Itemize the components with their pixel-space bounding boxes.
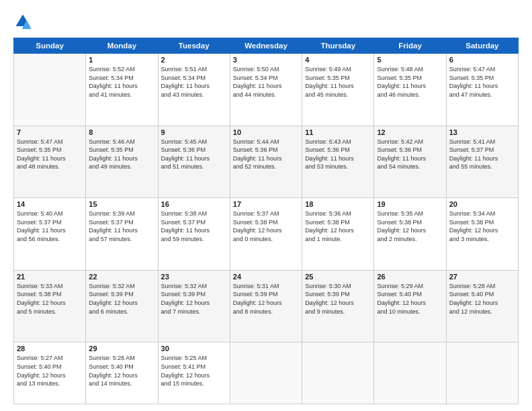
weekday-header-thursday: Thursday xyxy=(302,38,374,54)
day-info: Sunrise: 5:27 AMSunset: 5:40 PMDaylight:… xyxy=(17,354,83,387)
day-number: 6 xyxy=(449,56,515,64)
day-number: 25 xyxy=(305,273,371,281)
calendar-cell: 1Sunrise: 5:52 AMSunset: 5:34 PMDaylight… xyxy=(86,54,158,126)
calendar-cell: 12Sunrise: 5:42 AMSunset: 5:36 PMDayligh… xyxy=(374,126,446,198)
day-info: Sunrise: 5:34 AMSunset: 5:38 PMDaylight:… xyxy=(449,210,515,243)
day-number: 2 xyxy=(161,56,227,64)
day-info: Sunrise: 5:26 AMSunset: 5:40 PMDaylight:… xyxy=(89,354,154,387)
calendar-cell: 30Sunrise: 5:25 AMSunset: 5:41 PMDayligh… xyxy=(158,342,230,404)
calendar-week-row-1: 1Sunrise: 5:52 AMSunset: 5:34 PMDaylight… xyxy=(14,54,519,126)
calendar-cell: 13Sunrise: 5:41 AMSunset: 5:37 PMDayligh… xyxy=(446,126,518,198)
day-number: 15 xyxy=(89,200,154,208)
day-info: Sunrise: 5:48 AMSunset: 5:35 PMDaylight:… xyxy=(377,65,443,99)
day-number: 27 xyxy=(449,273,515,281)
calendar-cell: 25Sunrise: 5:30 AMSunset: 5:39 PMDayligh… xyxy=(302,270,374,342)
calendar-cell: 5Sunrise: 5:48 AMSunset: 5:35 PMDaylight… xyxy=(374,54,446,126)
calendar-cell: 18Sunrise: 5:36 AMSunset: 5:38 PMDayligh… xyxy=(302,198,374,271)
calendar-cell: 6Sunrise: 5:47 AMSunset: 5:35 PMDaylight… xyxy=(446,54,518,126)
calendar-cell: 8Sunrise: 5:46 AMSunset: 5:35 PMDaylight… xyxy=(86,126,158,198)
day-number: 5 xyxy=(377,56,443,64)
day-number: 14 xyxy=(17,200,83,208)
calendar-cell: 28Sunrise: 5:27 AMSunset: 5:40 PMDayligh… xyxy=(14,342,86,404)
weekday-header-wednesday: Wednesday xyxy=(230,38,302,54)
day-number: 28 xyxy=(17,345,83,353)
day-info: Sunrise: 5:38 AMSunset: 5:37 PMDaylight:… xyxy=(161,210,227,243)
day-info: Sunrise: 5:51 AMSunset: 5:34 PMDaylight:… xyxy=(161,65,227,99)
day-info: Sunrise: 5:39 AMSunset: 5:37 PMDaylight:… xyxy=(89,210,154,243)
day-number: 29 xyxy=(89,345,154,353)
day-number: 10 xyxy=(233,128,299,136)
weekday-header-sunday: Sunday xyxy=(14,38,86,54)
day-info: Sunrise: 5:49 AMSunset: 5:35 PMDaylight:… xyxy=(305,65,371,99)
day-number: 11 xyxy=(305,128,371,136)
day-number: 9 xyxy=(161,128,227,136)
day-info: Sunrise: 5:29 AMSunset: 5:40 PMDaylight:… xyxy=(377,282,443,316)
calendar-cell xyxy=(302,342,374,404)
day-info: Sunrise: 5:28 AMSunset: 5:40 PMDaylight:… xyxy=(449,282,515,316)
calendar-cell: 4Sunrise: 5:49 AMSunset: 5:35 PMDaylight… xyxy=(302,54,374,126)
calendar-cell: 20Sunrise: 5:34 AMSunset: 5:38 PMDayligh… xyxy=(446,198,518,271)
day-info: Sunrise: 5:47 AMSunset: 5:35 PMDaylight:… xyxy=(17,138,83,171)
day-number: 17 xyxy=(233,200,299,208)
day-number: 22 xyxy=(89,273,154,281)
day-info: Sunrise: 5:32 AMSunset: 5:39 PMDaylight:… xyxy=(89,282,154,316)
calendar-cell xyxy=(230,342,302,404)
calendar-cell: 9Sunrise: 5:45 AMSunset: 5:36 PMDaylight… xyxy=(158,126,230,198)
day-number: 7 xyxy=(17,128,83,136)
day-info: Sunrise: 5:30 AMSunset: 5:39 PMDaylight:… xyxy=(305,282,371,316)
day-info: Sunrise: 5:50 AMSunset: 5:34 PMDaylight:… xyxy=(233,65,299,99)
calendar-cell: 27Sunrise: 5:28 AMSunset: 5:40 PMDayligh… xyxy=(446,270,518,342)
day-number: 20 xyxy=(449,200,515,208)
day-number: 19 xyxy=(377,200,443,208)
day-number: 24 xyxy=(233,273,299,281)
day-number: 23 xyxy=(161,273,227,281)
day-info: Sunrise: 5:31 AMSunset: 5:39 PMDaylight:… xyxy=(233,282,299,316)
day-info: Sunrise: 5:45 AMSunset: 5:36 PMDaylight:… xyxy=(161,138,227,171)
calendar-cell: 14Sunrise: 5:40 AMSunset: 5:37 PMDayligh… xyxy=(14,198,86,271)
day-info: Sunrise: 5:47 AMSunset: 5:35 PMDaylight:… xyxy=(449,65,515,99)
calendar-week-row-2: 7Sunrise: 5:47 AMSunset: 5:35 PMDaylight… xyxy=(14,126,519,198)
day-info: Sunrise: 5:35 AMSunset: 5:38 PMDaylight:… xyxy=(377,210,443,243)
calendar-cell: 2Sunrise: 5:51 AMSunset: 5:34 PMDaylight… xyxy=(158,54,230,126)
day-info: Sunrise: 5:44 AMSunset: 5:36 PMDaylight:… xyxy=(233,138,299,171)
day-info: Sunrise: 5:33 AMSunset: 5:38 PMDaylight:… xyxy=(17,282,83,316)
calendar-cell xyxy=(446,342,518,404)
weekday-header-monday: Monday xyxy=(86,38,158,54)
calendar-cell xyxy=(14,54,86,126)
logo-icon xyxy=(13,12,32,31)
weekday-header-friday: Friday xyxy=(374,38,446,54)
day-info: Sunrise: 5:52 AMSunset: 5:34 PMDaylight:… xyxy=(89,65,154,99)
calendar-cell: 7Sunrise: 5:47 AMSunset: 5:35 PMDaylight… xyxy=(14,126,86,198)
day-number: 18 xyxy=(305,200,371,208)
day-number: 13 xyxy=(449,128,515,136)
day-number: 8 xyxy=(89,128,154,136)
day-info: Sunrise: 5:25 AMSunset: 5:41 PMDaylight:… xyxy=(161,354,227,387)
day-number: 12 xyxy=(377,128,443,136)
calendar-cell: 24Sunrise: 5:31 AMSunset: 5:39 PMDayligh… xyxy=(230,270,302,342)
calendar-cell: 22Sunrise: 5:32 AMSunset: 5:39 PMDayligh… xyxy=(86,270,158,342)
day-number: 3 xyxy=(233,56,299,64)
day-info: Sunrise: 5:32 AMSunset: 5:39 PMDaylight:… xyxy=(161,282,227,316)
day-info: Sunrise: 5:36 AMSunset: 5:38 PMDaylight:… xyxy=(305,210,371,243)
calendar-cell: 23Sunrise: 5:32 AMSunset: 5:39 PMDayligh… xyxy=(158,270,230,342)
day-info: Sunrise: 5:40 AMSunset: 5:37 PMDaylight:… xyxy=(17,210,83,243)
logo xyxy=(13,12,35,31)
weekday-header-row: SundayMondayTuesdayWednesdayThursdayFrid… xyxy=(14,38,519,54)
calendar-week-row-4: 21Sunrise: 5:33 AMSunset: 5:38 PMDayligh… xyxy=(14,270,519,342)
day-number: 16 xyxy=(161,200,227,208)
day-number: 4 xyxy=(305,56,371,64)
day-info: Sunrise: 5:37 AMSunset: 5:38 PMDaylight:… xyxy=(233,210,299,243)
calendar-cell: 3Sunrise: 5:50 AMSunset: 5:34 PMDaylight… xyxy=(230,54,302,126)
calendar-cell: 16Sunrise: 5:38 AMSunset: 5:37 PMDayligh… xyxy=(158,198,230,271)
calendar-cell: 26Sunrise: 5:29 AMSunset: 5:40 PMDayligh… xyxy=(374,270,446,342)
day-number: 21 xyxy=(17,273,83,281)
day-number: 26 xyxy=(377,273,443,281)
calendar-cell: 11Sunrise: 5:43 AMSunset: 5:36 PMDayligh… xyxy=(302,126,374,198)
day-number: 30 xyxy=(161,345,227,353)
calendar-cell: 29Sunrise: 5:26 AMSunset: 5:40 PMDayligh… xyxy=(86,342,158,404)
calendar-cell: 17Sunrise: 5:37 AMSunset: 5:38 PMDayligh… xyxy=(230,198,302,271)
day-number: 1 xyxy=(89,56,154,64)
weekday-header-saturday: Saturday xyxy=(446,38,518,54)
day-info: Sunrise: 5:41 AMSunset: 5:37 PMDaylight:… xyxy=(449,138,515,171)
day-info: Sunrise: 5:46 AMSunset: 5:35 PMDaylight:… xyxy=(89,138,154,171)
